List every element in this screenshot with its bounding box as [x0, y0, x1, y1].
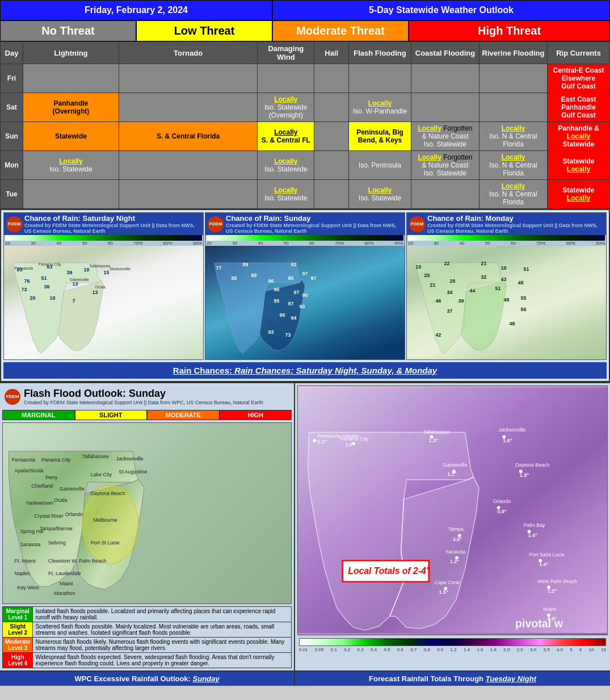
svg-text:76: 76 [24, 278, 30, 284]
svg-text:56: 56 [521, 307, 527, 312]
no-threat-label: No Threat [0, 20, 136, 41]
header-date: Friday, February 2, 2024 [0, 0, 272, 20]
rain-saturday-map: FDEM Chance of Rain: Saturday Night Crea… [3, 212, 204, 360]
fri-coastal [411, 64, 479, 93]
svg-text:Apalachicola: Apalachicola [14, 468, 43, 473]
tue-lightning [23, 180, 119, 209]
svg-text:Panama City: Panama City [39, 262, 62, 267]
svg-text:Orlando: Orlando [493, 498, 511, 504]
rain-caption: Rain Chances: Rain Chances: Saturday Nig… [3, 362, 607, 379]
sun-hail [314, 122, 349, 151]
mon-damaging-wind: Locally Iso. Statewide [258, 151, 314, 180]
col-rip-currents: Rip Currents [548, 42, 610, 64]
svg-text:1.5": 1.5" [439, 589, 448, 595]
svg-text:26: 26 [450, 278, 456, 284]
moderate-threat-label: Moderate Threat [272, 20, 409, 41]
florida-svg-2: 77 89 92 88 88 96 95 97 97 96 97 90 95 9… [205, 246, 405, 359]
svg-text:21: 21 [481, 261, 487, 266]
flood-title: Flash Flood Outlook: Sunday [24, 388, 263, 400]
svg-text:90: 90 [300, 304, 305, 309]
mon-flash: Iso. Peninsula [349, 151, 411, 180]
wpc-italic: Sunday [193, 674, 220, 683]
florida-svg-1: 83 63 76 51 73 39 18 15 36 13 20 18 7 13… [4, 246, 203, 359]
svg-text:95: 95 [288, 275, 294, 281]
map2-ticks: 203040506070%80%90% [207, 241, 403, 246]
maps-row: FDEM Chance of Rain: Saturday Night Crea… [3, 212, 607, 360]
tue-damaging-wind: Locally Iso. Statewide [258, 180, 314, 209]
map2-legend [207, 235, 403, 241]
map1-legend [5, 235, 202, 241]
svg-text:Gainesville: Gainesville [60, 486, 85, 492]
sun-coastal: Locally Forgotten & Nature CoastIso. Sta… [411, 122, 479, 151]
svg-text:Sarasota: Sarasota [20, 542, 40, 547]
svg-text:92: 92 [291, 262, 297, 267]
svg-text:1.3": 1.3" [520, 472, 529, 478]
svg-text:1.1": 1.1" [317, 439, 326, 445]
legend-moderate: MODERATE [147, 410, 220, 420]
rainfall-map-area: Pensacola Heights 1.1" Panama City 1.0" … [297, 385, 608, 635]
fri-rip-line3: Gulf Coast [561, 82, 596, 90]
sat-lightning: Panhandle(Overnight) [23, 93, 119, 122]
svg-text:51: 51 [495, 286, 501, 291]
svg-text:Local Totals of 2-4": Local Totals of 2-4" [348, 566, 430, 576]
svg-text:Marathon: Marathon [54, 590, 75, 596]
flood-level-high: HighLevel 4 Widespread flash floods expe… [3, 653, 292, 668]
svg-text:Jacksonville: Jacksonville [116, 456, 143, 462]
col-riverine-flooding: Riverine Flooding [479, 42, 548, 64]
mon-coastal: Locally Forgotten & Nature CoastIso. Sta… [411, 151, 479, 180]
sun-flash: Peninsula, Big Bend, & Keys [349, 122, 411, 151]
svg-text:44: 44 [470, 288, 476, 294]
rain-monday-map: FDEM Chance of Rain: Monday Created by F… [406, 212, 607, 360]
svg-text:15: 15 [104, 270, 110, 275]
svg-text:Port Saint Lucie: Port Saint Lucie [529, 552, 565, 558]
svg-text:St Augustine: St Augustine [119, 469, 147, 475]
level-high-label: HighLevel 4 [3, 653, 33, 668]
svg-text:77: 77 [216, 265, 222, 271]
svg-text:Pensacola: Pensacola [12, 457, 36, 463]
col-flash-flooding: Flash Flooding [349, 42, 411, 64]
florida-svg-3: 15 22 21 25 10 51 21 26 32 43 48 34 44 5… [407, 246, 606, 359]
svg-text:48: 48 [504, 297, 510, 303]
svg-text:1.6": 1.6" [503, 438, 512, 443]
svg-text:Lake City: Lake City [91, 472, 112, 477]
svg-text:Melbourne: Melbourne [94, 517, 117, 523]
flood-outlook: FDEM Flash Flood Outlook: Sunday Created… [0, 383, 295, 670]
svg-text:39: 39 [67, 270, 73, 275]
svg-text:1.4": 1.4" [528, 533, 537, 538]
day-sat: Sat [1, 93, 23, 122]
svg-text:0.8": 0.8" [498, 509, 507, 514]
level-slight-label: SlightLevel 2 [3, 622, 33, 638]
rain-saturday-title: FDEM Chance of Rain: Saturday Night Crea… [4, 213, 203, 235]
sat-damaging-wind: Locally Iso. Statewide (Overnight) [258, 93, 314, 122]
sat-rip: East CoastPanhandleGulf Coast [548, 93, 610, 122]
col-coastal-flooding: Coastal Flooding [411, 42, 479, 64]
sun-lightning: Statewide [23, 122, 119, 151]
tue-rip: StatewideLocally [548, 180, 610, 209]
sun-tornado: S. & Central Florida [119, 122, 258, 151]
col-day: Day [1, 42, 23, 64]
day-tue: Tue [1, 180, 23, 209]
svg-text:90: 90 [302, 292, 308, 298]
svg-text:95: 95 [280, 312, 285, 318]
svg-text:96: 96 [274, 287, 280, 292]
level-high-desc: Widespread flash floods expected. Severe… [33, 653, 292, 668]
fri-hail [314, 64, 349, 93]
fdem-logo-3: FDEM [409, 216, 425, 232]
day-fri: Fri [1, 64, 23, 93]
svg-text:18: 18 [84, 267, 90, 273]
svg-text:Panama City: Panama City [41, 457, 71, 463]
svg-text:Clewiston W. Palm Beach: Clewiston W. Palm Beach [48, 558, 106, 564]
fdem-logo-flood: FDEM [5, 389, 20, 405]
fri-rip-line2: Elsewhere [562, 74, 595, 82]
level-marginal-desc: Isolated flash floods possible. Localize… [33, 607, 292, 622]
fdem-logo-2: FDEM [208, 216, 224, 232]
svg-text:34: 34 [447, 290, 453, 295]
svg-text:Miami: Miami [543, 606, 557, 612]
svg-text:Port St Lucie: Port St Lucie [91, 540, 120, 546]
svg-text:39: 39 [458, 298, 464, 304]
svg-text:97: 97 [302, 271, 308, 276]
svg-text:94: 94 [291, 315, 297, 321]
tue-flash: Locally Iso. Statewide [349, 180, 411, 209]
level-moderate-label: ModerateLevel 3 [3, 638, 33, 653]
bottom-cap-right: Forecast Rainfall Totals Through Tuesday… [295, 672, 610, 686]
